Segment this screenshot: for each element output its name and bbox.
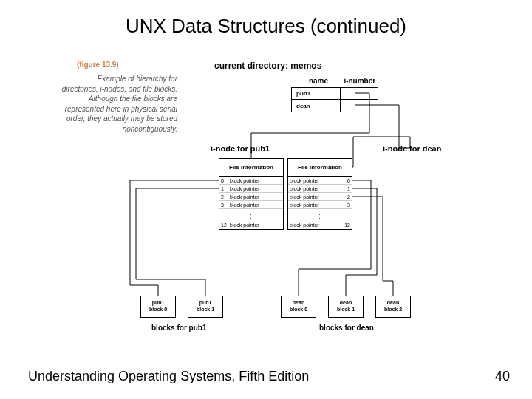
blocks-label-pub1: blocks for pub1 (151, 324, 206, 332)
inode-text: block pointer (288, 186, 343, 191)
fblock-name: pub1 (200, 300, 212, 307)
table-row: pub1 (292, 88, 378, 100)
inode-row: block pointer12 (288, 221, 352, 229)
inode-idx: 2 (219, 194, 228, 200)
inode-text: block pointer (288, 202, 343, 208)
fblock-name: pub1 (152, 300, 165, 307)
figure-label: (figure 13.9) (77, 61, 119, 69)
inode-box-pub1: File Information 0block pointer 1block p… (219, 158, 284, 230)
inode-box-dean: File Information block pointer0 block po… (287, 158, 352, 230)
inode-idx: 0 (219, 178, 228, 183)
file-block-dean-2: deanblock 2 (375, 296, 411, 318)
inode-idx: 12 (343, 222, 352, 228)
inode-text: block pointer (288, 178, 343, 183)
file-block-dean-1: deanblock 1 (328, 296, 364, 318)
inode-idx: 1 (343, 186, 352, 191)
dir-inum-cell (341, 88, 378, 100)
table-row: dean (292, 100, 378, 112)
inode-idx: 2 (343, 194, 352, 200)
directory-column-headers: name i-number (300, 77, 381, 85)
inode-row: 12block pointer (219, 221, 283, 229)
inode-row: 1block pointer (219, 185, 283, 193)
figure-caption: Example of hierarchy for directories, i-… (59, 74, 177, 134)
ellipsis-icon: ··· (219, 209, 283, 221)
inode-label-pub1: i-node for pub1 (211, 144, 270, 153)
inode-row: block pointer2 (288, 193, 352, 201)
dir-col-name: name (300, 77, 337, 85)
inode-idx: 12 (219, 222, 228, 228)
fblock-blk: block 0 (149, 307, 167, 313)
inode-text: block pointer (228, 186, 283, 191)
inode-idx: 3 (343, 202, 352, 208)
fblock-name: dean (340, 300, 352, 307)
inode-row: block pointer0 (288, 177, 352, 185)
blocks-label-dean: blocks for dean (319, 324, 374, 332)
inode-idx: 3 (219, 202, 228, 208)
fblock-blk: block 1 (197, 307, 214, 313)
file-block-dean-0: deanblock 0 (281, 296, 316, 318)
file-block-pub1-1: pub1block 1 (188, 296, 223, 318)
inode-row: 0block pointer (219, 177, 283, 185)
file-block-pub1-0: pub1block 0 (140, 296, 176, 318)
inode-idx: 0 (343, 178, 352, 183)
page-title: UNX Data Structures (continued) (0, 15, 532, 38)
fblock-name: dean (293, 300, 304, 307)
fblock-blk: block 1 (337, 307, 355, 313)
inode-text: block pointer (228, 202, 283, 208)
inode-row: 2block pointer (219, 193, 283, 201)
inode-text: block pointer (288, 222, 343, 228)
ellipsis-icon: ··· (288, 209, 352, 221)
current-directory-label: current directory: memos (214, 61, 321, 71)
dir-name-cell: dean (292, 100, 341, 112)
footer-page-number: 40 (495, 369, 510, 384)
inode-text: block pointer (228, 178, 283, 183)
fblock-blk: block 2 (384, 307, 402, 313)
dir-col-inumber: i-number (339, 77, 381, 85)
dir-inum-cell (341, 100, 378, 112)
inode-text: block pointer (228, 194, 283, 200)
inode-header: File Information (288, 159, 352, 177)
inode-text: block pointer (288, 194, 343, 200)
inode-idx: 1 (219, 186, 228, 191)
fblock-name: dean (387, 300, 399, 307)
directory-table: pub1 dean (291, 87, 378, 112)
inode-text: block pointer (228, 222, 283, 228)
inode-label-dean: i-node for dean (383, 144, 441, 153)
inode-row: block pointer1 (288, 185, 352, 193)
inode-header: File Information (219, 159, 283, 177)
fblock-blk: block 0 (290, 307, 307, 313)
footer-book-title: Understanding Operating Systems, Fifth E… (28, 369, 309, 384)
dir-name-cell: pub1 (292, 88, 341, 100)
